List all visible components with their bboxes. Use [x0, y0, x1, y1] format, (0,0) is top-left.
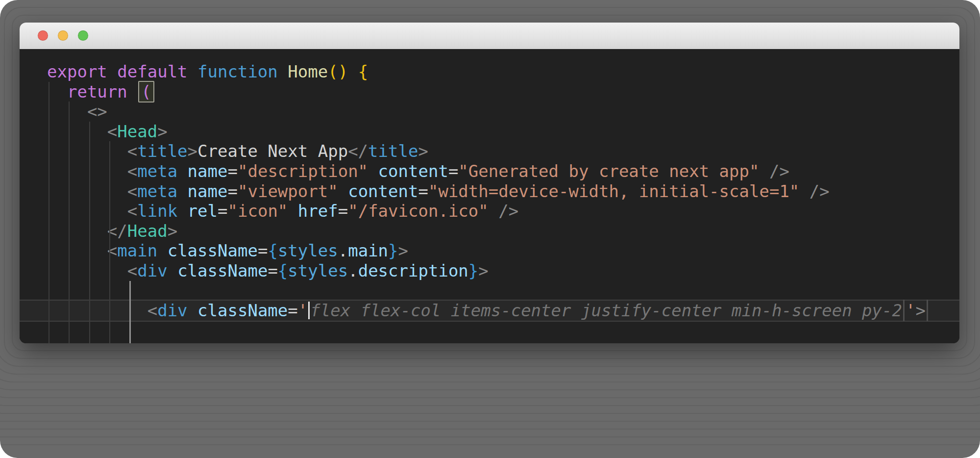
code-token: < [47, 141, 137, 161]
code-token: . [348, 261, 358, 280]
code-token: < [47, 261, 137, 280]
code-token [368, 161, 378, 181]
copilot-ghost-text: flex flex-col items-center justify-cente… [310, 301, 902, 320]
code-token: name [188, 181, 228, 201]
code-token: < [47, 201, 137, 221]
column-marker [927, 300, 928, 321]
code-line[interactable]: <Head> [20, 122, 959, 142]
code-token [157, 241, 167, 260]
code-token: title [368, 141, 418, 161]
code-line[interactable]: <> [20, 102, 959, 122]
code-editor[interactable]: export default function Home() { return … [20, 49, 959, 343]
code-token: className [177, 261, 268, 280]
indent-guide [109, 141, 110, 343]
code-token: "Generated by create next app" [458, 161, 759, 181]
code-token: < [47, 301, 157, 320]
code-token: = [268, 261, 277, 280]
code-token [177, 201, 187, 221]
code-token: () [328, 62, 348, 81]
indent-guide [89, 122, 90, 343]
code-line[interactable]: <div className={styles.description}> [20, 261, 959, 281]
code-token: = [228, 181, 238, 201]
code-line[interactable]: <title>Create Next App</title> [20, 141, 959, 161]
editor-window: export default function Home() { return … [20, 23, 959, 343]
minimize-button[interactable] [58, 30, 68, 41]
code-token: { [268, 241, 277, 260]
code-token: = [448, 161, 458, 181]
code-token: > [157, 122, 167, 141]
code-token: . [338, 241, 348, 260]
code-token: ' [298, 301, 308, 320]
code-token: = [258, 241, 268, 260]
code-token: div [137, 261, 167, 280]
code-token: </ [47, 221, 127, 241]
close-button[interactable] [38, 30, 48, 41]
code-line[interactable] [20, 281, 959, 301]
code-token: } [388, 241, 398, 260]
code-token: Head [117, 122, 157, 141]
code-token: export default [47, 62, 197, 81]
code-token: </ [348, 141, 368, 161]
active-indent-guide [129, 281, 131, 343]
code-area: export default function Home() { return … [20, 49, 959, 343]
code-token [338, 181, 348, 201]
code-token: function [197, 62, 278, 81]
code-token [288, 201, 297, 221]
code-token: href [298, 201, 338, 221]
code-token [177, 161, 187, 181]
code-line[interactable]: <link rel="icon" href="/favicon.ico" /> [20, 201, 959, 221]
code-token: "width=device-width, initial-scale=1" [428, 181, 799, 201]
code-token [168, 261, 177, 280]
code-token: main [348, 241, 388, 260]
code-token: "viewport" [238, 181, 338, 201]
code-token: name [188, 161, 228, 181]
code-line[interactable]: return ( [20, 82, 959, 102]
code-token: Create Next App [197, 141, 348, 161]
code-token: > [188, 141, 197, 161]
column-marker [903, 300, 905, 321]
code-token: className [168, 241, 258, 260]
gray-backdrop: export default function Home() { return … [0, 0, 980, 458]
code-token: = [418, 181, 428, 201]
code-token: return [47, 82, 137, 102]
code-token: = [228, 161, 238, 181]
code-line[interactable] [20, 321, 959, 341]
code-token: { [278, 261, 288, 280]
code-token: link [137, 201, 177, 221]
code-token [278, 62, 288, 81]
code-token [188, 301, 197, 320]
code-line[interactable]: <main className={styles.main}> [20, 241, 959, 261]
code-token: div [157, 301, 187, 320]
code-token: > [418, 141, 428, 161]
text-cursor [308, 302, 310, 319]
code-token: main [117, 241, 157, 260]
code-token: rel [188, 201, 218, 221]
code-token: < [47, 241, 117, 260]
code-token: styles [278, 241, 338, 260]
code-line[interactable]: export default function Home() { [20, 62, 959, 82]
code-token: > [398, 241, 408, 260]
code-token: /> [799, 181, 829, 201]
indent-guide [69, 102, 70, 343]
code-token: { [358, 62, 368, 81]
code-token: < [47, 161, 137, 181]
code-token: Head [127, 221, 168, 241]
code-token: = [338, 201, 348, 221]
code-token: "icon" [228, 201, 288, 221]
code-line-active[interactable]: <div className='flex flex-col items-cent… [20, 300, 959, 322]
code-token: /> [489, 201, 518, 221]
code-line[interactable]: </Head> [20, 221, 959, 241]
code-token: = [218, 201, 227, 221]
code-token: styles [288, 261, 348, 280]
zoom-button[interactable] [78, 30, 88, 41]
indent-guide [49, 82, 49, 343]
code-line[interactable]: <meta name="description" content="Genera… [20, 161, 959, 181]
code-token: description [358, 261, 468, 280]
code-token: content [348, 181, 418, 201]
code-token: "/favicon.ico" [348, 201, 489, 221]
code-token: className [197, 301, 288, 320]
code-token: > [168, 221, 177, 241]
code-line[interactable]: <meta name="viewport" content="width=dev… [20, 181, 959, 202]
code-token: = [288, 301, 297, 320]
window-titlebar[interactable] [20, 23, 959, 50]
